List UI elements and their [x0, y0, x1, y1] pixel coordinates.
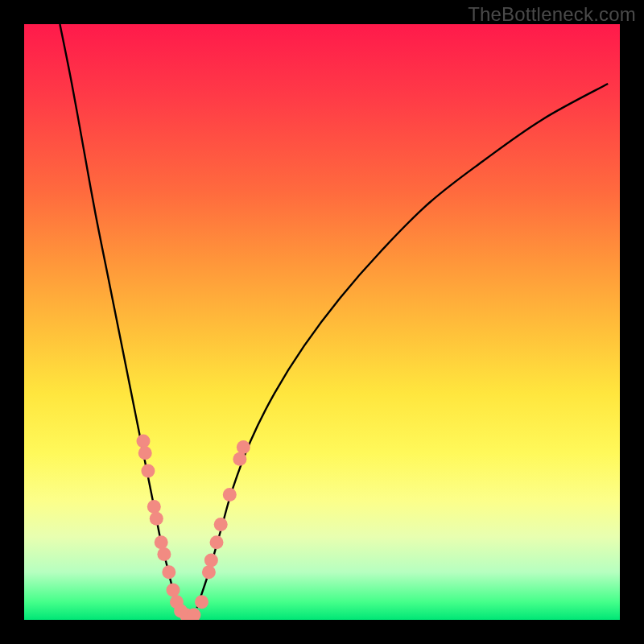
data-marker: [210, 535, 224, 549]
data-marker: [237, 440, 250, 454]
marker-group: [137, 435, 250, 621]
data-marker: [138, 446, 152, 460]
chart-overlay: [24, 24, 620, 620]
data-marker: [157, 547, 171, 561]
data-marker: [141, 464, 155, 478]
curve-group: [60, 24, 608, 617]
data-marker: [162, 565, 175, 579]
data-marker: [195, 595, 208, 609]
plot-area: [24, 24, 620, 620]
watermark-text: TheBottleneck.com: [468, 3, 636, 26]
data-marker: [233, 452, 246, 466]
data-marker: [204, 554, 218, 568]
data-marker: [137, 435, 151, 448]
data-marker: [167, 584, 180, 597]
data-marker: [214, 518, 228, 531]
data-marker: [223, 488, 237, 502]
data-marker: [150, 512, 163, 526]
data-marker: [147, 500, 161, 514]
chart-frame: TheBottleneck.com: [0, 0, 644, 644]
data-marker: [155, 535, 168, 549]
data-marker: [202, 565, 216, 579]
bottleneck-curve-right: [197, 84, 609, 608]
